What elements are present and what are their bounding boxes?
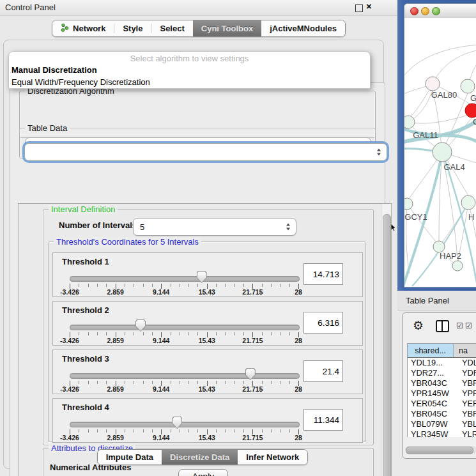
slider-thumb[interactable] [135, 319, 146, 332]
network-view-window[interactable]: GAL80 GA C GAL11 GAL4 GCY1 H HAP2 [404, 3, 476, 288]
network-node[interactable] [461, 196, 475, 210]
table-cell[interactable]: YDL1 [457, 358, 476, 368]
horizontal-scrollbar-thumb[interactable] [406, 447, 473, 454]
app-window: Control Panel × Network Style [0, 0, 476, 476]
network-node[interactable] [404, 116, 415, 128]
column-header-shared-name[interactable]: shared... [408, 344, 454, 357]
tab-select[interactable]: Select [151, 20, 192, 36]
tab-impute-data[interactable]: Impute Data [98, 450, 162, 464]
tab-label: Impute Data [106, 452, 153, 462]
apply-button[interactable]: Apply [178, 469, 228, 476]
num-intervals-combo[interactable]: 5 [133, 218, 296, 236]
vertical-scrollbar-thumb[interactable] [383, 214, 391, 476]
tab-label: Style [123, 24, 142, 33]
table-cell[interactable]: YBL079W [408, 419, 457, 429]
node-label-gcy1: GCY1 [404, 212, 427, 222]
threshold-value-field[interactable] [303, 312, 343, 334]
table-cell[interactable]: YDR2 [457, 368, 476, 378]
slider-thumb[interactable] [197, 271, 207, 283]
network-node[interactable] [404, 198, 413, 210]
checkbox-icon[interactable]: ☑ [465, 321, 472, 330]
popup-option-manual[interactable]: Manual Discretization [9, 65, 370, 77]
tick-label: 9.144 [153, 288, 169, 296]
network-window-titlebar [404, 4, 476, 19]
table-cell[interactable]: YPR145W [408, 388, 457, 399]
threshold-value-field[interactable] [303, 360, 343, 382]
threshold-value-field[interactable] [303, 263, 343, 285]
network-node[interactable] [452, 261, 463, 271]
settings-scrollpane: Interval Definition Number of Intervals … [18, 203, 392, 476]
table-cell[interactable]: YDR27... [408, 368, 457, 378]
tick-label: -3.426 [60, 288, 79, 296]
slider-thumb[interactable] [245, 368, 256, 380]
split-columns-icon[interactable] [436, 320, 449, 332]
close-icon[interactable]: × [366, 1, 372, 12]
network-node-selected[interactable] [465, 104, 476, 118]
table-row[interactable]: YBR043CYBR0 [408, 378, 476, 388]
threshold-panel: Threshold 1 -3.4262.8599.14415.4321.7152… [52, 252, 363, 297]
zoom-traffic-light-icon[interactable] [432, 7, 440, 15]
tick-label: 28 [295, 288, 302, 296]
tab-label: Discretize Data [170, 452, 229, 462]
table-cell[interactable]: YLR345W [408, 429, 457, 437]
table-cell[interactable]: YBR043C [408, 378, 457, 388]
tab-label: Network [73, 24, 105, 33]
float-window-icon[interactable] [355, 4, 363, 12]
tab-infer-network[interactable]: Infer Network [238, 450, 307, 464]
algorithm-combo[interactable] [24, 143, 387, 161]
network-node[interactable] [433, 142, 452, 162]
tick-label: 15.43 [199, 288, 215, 296]
threshold-label: Threshold 3 [62, 354, 109, 364]
table-cell[interactable]: YER054C [408, 399, 457, 409]
table-row[interactable]: YER054CYER0 [408, 399, 476, 409]
tick-label: 21.715 [242, 288, 263, 296]
network-canvas[interactable]: GAL80 GA C GAL11 GAL4 GCY1 H HAP2 [404, 18, 476, 287]
table-panel-titlebar: Table Panel [397, 291, 476, 311]
vertical-scrollbar[interactable] [381, 204, 391, 476]
network-node[interactable] [426, 77, 440, 91]
minimize-traffic-light-icon[interactable] [421, 7, 429, 15]
table-cell[interactable]: YBR045C [408, 409, 457, 419]
threshold-value-field[interactable] [303, 409, 343, 431]
table-cell[interactable]: YER0 [457, 399, 476, 409]
tab-jactivemnodules[interactable]: jActiveMNodules [261, 20, 345, 36]
table-toolbar: ⚙ ☑ ☑ [403, 313, 476, 341]
table-row[interactable]: YLR345WYLR3 [408, 429, 476, 437]
table-cell[interactable]: YBL0 [457, 419, 476, 429]
table-cell[interactable]: YBR0 [457, 409, 476, 419]
tab-style[interactable]: Style [114, 20, 151, 36]
bottom-tab-group: Impute Data Discretize Data Infer Networ… [97, 449, 309, 465]
node-label-gal80: GAL80 [431, 90, 457, 100]
tick-label: 2.859 [107, 337, 123, 344]
horizontal-scrollbar[interactable] [405, 446, 476, 454]
table-row[interactable]: YBL079WYBL0 [408, 419, 476, 429]
tab-discretize-data[interactable]: Discretize Data [162, 450, 238, 464]
table-cell[interactable]: YLR3 [457, 429, 476, 437]
table-row[interactable]: YDR27...YDR2 [408, 368, 476, 378]
node-label-gal4: GAL4 [443, 162, 464, 172]
tab-label: jActiveMNodules [270, 24, 337, 33]
popup-option-equal-width[interactable]: Equal Width/Frequency Discretization [9, 77, 370, 89]
table-cell[interactable]: YDL19... [408, 358, 457, 368]
tick-label: 9.144 [153, 385, 169, 393]
table-row[interactable]: YDL19...YDL1 [408, 358, 476, 368]
interval-group-title: Interval Definition [49, 204, 118, 214]
table-cell[interactable]: YPR1 [457, 388, 476, 399]
table-row[interactable]: YPR145WYPR1 [408, 388, 476, 399]
stepper-icon [377, 149, 381, 156]
checkbox-icon[interactable]: ☑ [456, 321, 463, 330]
num-intervals-label: Number of Intervals [59, 220, 137, 230]
table-row[interactable]: YBR045CYBR0 [408, 409, 476, 419]
network-node[interactable] [461, 79, 475, 93]
slider-thumb[interactable] [172, 417, 182, 429]
threshold-panel: Threshold 2 -3.4262.8599.14415.4321.7152… [52, 301, 363, 346]
gear-icon[interactable]: ⚙ [413, 318, 424, 332]
num-intervals-value: 5 [140, 222, 144, 232]
node-label-gal11: GAL11 [413, 130, 438, 140]
close-traffic-light-icon[interactable] [410, 7, 418, 15]
table-cell[interactable]: YBR0 [457, 378, 476, 388]
tab-network[interactable]: Network [52, 20, 114, 36]
tab-cyni-toolbox[interactable]: Cyni Toolbox [193, 20, 261, 36]
tick-label: 21.715 [242, 385, 263, 393]
column-header-name[interactable]: na [454, 344, 476, 357]
